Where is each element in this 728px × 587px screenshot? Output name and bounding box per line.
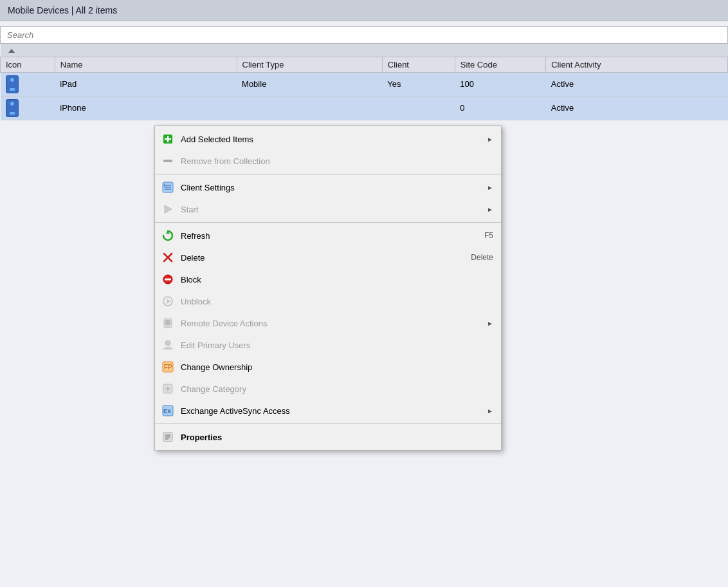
delete-label: Delete — [181, 253, 458, 263]
add-selected-label: Add Selected Items — [181, 135, 480, 144]
refresh-label: Refresh — [181, 231, 471, 241]
cell-client — [382, 96, 455, 120]
start-label: Start — [181, 205, 480, 214]
remote-device-label: Remote Device Actions — [181, 319, 480, 328]
menu-item-change-category[interactable]: Change Category — [155, 378, 501, 400]
delete-icon — [160, 250, 176, 265]
menu-item-add-selected[interactable]: Add Selected Items ► — [155, 128, 501, 150]
table-row[interactable]: iPad Mobile Yes 100 Active — [1, 72, 728, 96]
svg-marker-8 — [165, 205, 172, 213]
cell-sitecode: 100 — [455, 72, 545, 96]
change-category-icon — [160, 381, 176, 396]
exchange-sync-icon: EX — [160, 403, 176, 418]
add-icon — [160, 131, 176, 147]
col-name: Name — [55, 57, 237, 72]
properties-label: Properties — [181, 433, 493, 442]
edit-users-label: Edit Primary Users — [181, 340, 493, 350]
menu-item-remove-collection[interactable]: Remove from Collection — [155, 150, 501, 172]
col-clientactivity: Client Activity — [546, 57, 728, 72]
menu-item-edit-users[interactable]: Edit Primary Users — [155, 334, 501, 356]
refresh-icon — [160, 228, 176, 243]
col-icon: Icon — [1, 57, 55, 72]
sort-indicator — [8, 49, 15, 53]
separator-3 — [155, 424, 501, 424]
svg-text:EX: EX — [163, 408, 171, 415]
cell-name: iPad — [55, 72, 237, 96]
remove-icon — [160, 153, 176, 169]
devices-table: Icon Name Client Type Client Site Code C… — [0, 44, 728, 120]
exchange-sync-arrow: ► — [487, 407, 493, 415]
table-row[interactable]: iPhone 0 Active — [1, 96, 728, 120]
main-panel: Mobile Devices | All 2 items Icon Name C… — [0, 0, 728, 587]
edit-users-icon — [160, 337, 176, 353]
svg-rect-3 — [163, 160, 172, 162]
context-menu: Add Selected Items ► Remove from Collect… — [154, 126, 502, 451]
cell-activity: Active — [546, 72, 728, 96]
svg-text:FP: FP — [164, 364, 172, 371]
svg-point-19 — [165, 340, 170, 346]
change-category-label: Change Category — [181, 384, 493, 394]
menu-item-exchange-sync[interactable]: EX Exchange ActiveSync Access ► — [155, 400, 501, 422]
cell-clienttype: Mobile — [237, 72, 382, 96]
properties-icon — [160, 429, 176, 445]
refresh-shortcut: F5 — [484, 231, 493, 240]
add-selected-arrow: ► — [487, 136, 493, 143]
sort-row — [1, 44, 728, 57]
start-icon — [160, 201, 176, 217]
search-wrapper — [0, 21, 728, 44]
col-clienttype: Client Type — [237, 57, 382, 72]
cell-client: Yes — [382, 72, 455, 96]
column-headers: Icon Name Client Type Client Site Code C… — [1, 57, 728, 72]
col-sitecode: Site Code — [455, 57, 545, 72]
menu-item-properties[interactable]: Properties — [155, 426, 501, 448]
menu-item-unblock[interactable]: Unblock — [155, 290, 501, 312]
cell-sitecode: 0 — [455, 96, 545, 120]
menu-item-refresh[interactable]: Refresh F5 — [155, 225, 501, 247]
change-ownership-icon: FP — [160, 359, 176, 375]
change-ownership-label: Change Ownership — [181, 362, 493, 372]
title-bar: Mobile Devices | All 2 items — [0, 0, 728, 21]
cell-icon — [1, 96, 55, 120]
menu-item-delete[interactable]: Delete Delete — [155, 247, 501, 268]
menu-item-start[interactable]: Start ► — [155, 198, 501, 220]
delete-shortcut: Delete — [471, 253, 493, 262]
block-label: Block — [181, 275, 493, 284]
cell-clienttype — [237, 96, 382, 120]
col-client: Client — [382, 57, 455, 72]
remove-collection-label: Remove from Collection — [181, 156, 493, 166]
remote-device-icon — [160, 315, 176, 331]
start-arrow: ► — [487, 206, 493, 213]
svg-rect-17 — [165, 320, 170, 325]
unblock-label: Unblock — [181, 297, 493, 306]
device-icon-iphone — [6, 99, 19, 117]
cell-icon — [1, 72, 55, 96]
unblock-icon — [160, 294, 176, 309]
search-input[interactable] — [0, 26, 728, 44]
menu-item-change-ownership[interactable]: FP Change Ownership — [155, 356, 501, 378]
separator-1 — [155, 174, 501, 174]
exchange-sync-label: Exchange ActiveSync Access — [181, 406, 480, 416]
client-settings-label: Client Settings — [181, 183, 480, 192]
page-title: Mobile Devices | All 2 items — [8, 5, 117, 15]
client-settings-arrow: ► — [487, 184, 493, 191]
remote-device-arrow: ► — [487, 320, 493, 327]
block-icon — [160, 272, 176, 287]
menu-item-remote-device[interactable]: Remote Device Actions ► — [155, 312, 501, 334]
separator-2 — [155, 222, 501, 223]
cell-activity: Active — [546, 96, 728, 120]
cell-name: iPhone — [55, 96, 237, 120]
client-settings-icon — [160, 180, 176, 195]
menu-item-client-settings[interactable]: Client Settings ► — [155, 176, 501, 198]
svg-rect-18 — [166, 326, 170, 327]
svg-rect-13 — [165, 279, 171, 281]
menu-item-block[interactable]: Block — [155, 268, 501, 290]
svg-marker-15 — [167, 299, 171, 304]
device-icon-ipad — [6, 75, 19, 93]
